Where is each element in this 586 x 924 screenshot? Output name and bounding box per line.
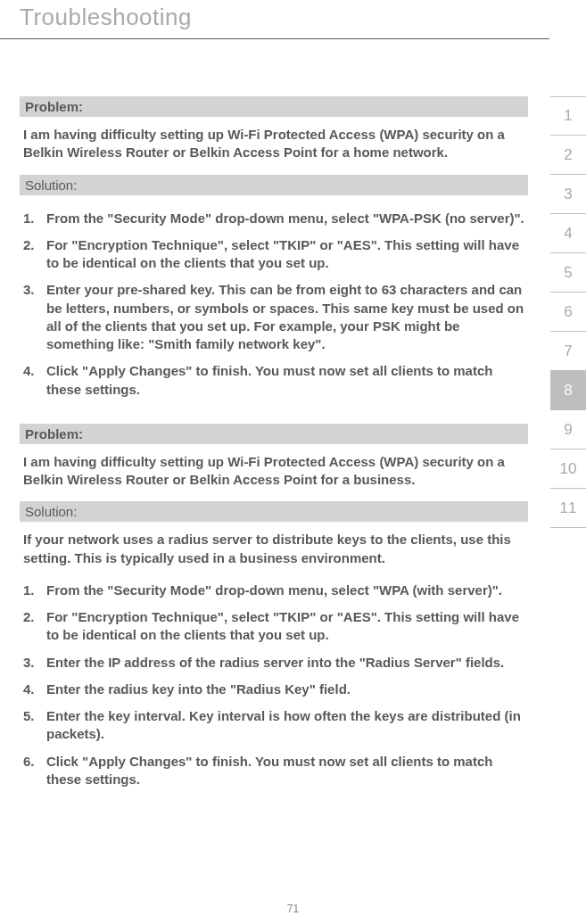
tab-1[interactable]: 1 xyxy=(550,96,586,136)
problem-text-2: I am having difficulty setting up Wi-Fi … xyxy=(20,444,528,490)
header-divider xyxy=(0,38,549,39)
step: For "Encryption Technique", select "TKIP… xyxy=(23,608,528,645)
solution-intro-2: If your network uses a radius server to … xyxy=(20,522,528,567)
section-tabs: 1 2 3 4 5 6 7 8 9 10 11 xyxy=(550,96,586,528)
tab-8[interactable]: 8 xyxy=(550,371,586,410)
step: Click "Apply Changes" to finish. You mus… xyxy=(23,362,528,399)
main-content: Problem: I am having difficulty setting … xyxy=(20,96,528,788)
step: From the "Security Mode" drop-down menu,… xyxy=(23,210,528,227)
problem-label-2: Problem: xyxy=(20,424,528,444)
step: Enter the radius key into the "Radius Ke… xyxy=(23,681,528,698)
solution-steps-1: From the "Security Mode" drop-down menu,… xyxy=(20,195,528,399)
tab-5[interactable]: 5 xyxy=(550,253,586,293)
problem-text-1: I am having difficulty setting up Wi-Fi … xyxy=(20,117,528,162)
tab-9[interactable]: 9 xyxy=(550,410,586,450)
tab-2[interactable]: 2 xyxy=(550,136,586,175)
page-title: Troubleshooting xyxy=(0,0,586,31)
tab-4[interactable]: 4 xyxy=(550,214,586,253)
tab-10[interactable]: 10 xyxy=(550,450,586,489)
problem-label-1: Problem: xyxy=(20,96,528,117)
solution-steps-2: From the "Security Mode" drop-down menu,… xyxy=(20,567,528,788)
step: Enter your pre-shared key. This can be f… xyxy=(23,281,528,353)
step: For "Encryption Technique", select "TKIP… xyxy=(23,236,528,273)
step: Enter the IP address of the radius serve… xyxy=(23,654,528,672)
tab-7[interactable]: 7 xyxy=(550,332,586,371)
step: From the "Security Mode" drop-down menu,… xyxy=(23,582,528,599)
tab-6[interactable]: 6 xyxy=(550,293,586,332)
solution-label-1: Solution: xyxy=(20,175,528,195)
step: Click "Apply Changes" to finish. You mus… xyxy=(23,753,528,789)
page-number: 71 xyxy=(0,903,586,915)
tab-3[interactable]: 3 xyxy=(550,175,586,214)
solution-label-2: Solution: xyxy=(20,501,528,522)
step: Enter the key interval. Key interval is … xyxy=(23,707,528,744)
tab-11[interactable]: 11 xyxy=(550,489,586,528)
